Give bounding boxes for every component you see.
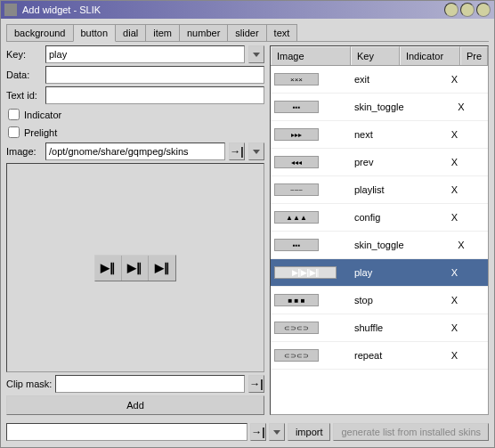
list-row[interactable]: ×××exitX: [271, 66, 488, 94]
tab-item[interactable]: item: [145, 24, 180, 41]
tab-button[interactable]: button: [73, 24, 117, 42]
path-input[interactable]: [6, 423, 248, 441]
row-indicator: X: [401, 184, 461, 195]
thumb-icon: ▸▸▸: [274, 128, 319, 141]
thumb-icon: ×××: [274, 73, 319, 86]
image-browse-button[interactable]: →|: [229, 143, 245, 160]
row-indicator: X: [401, 129, 461, 140]
row-key: next: [351, 129, 401, 140]
image-dropdown-button[interactable]: [248, 143, 264, 160]
row-key: repeat: [351, 350, 401, 361]
bottom-bar: →| import generate list from installed s…: [6, 419, 489, 442]
list-body[interactable]: ×××exitX▪▪▪skin_toggleX▸▸▸nextX◂◂◂prevX~…: [271, 66, 488, 414]
list-row[interactable]: ~~~playlistX: [271, 176, 488, 204]
tab-slider[interactable]: slider: [227, 24, 266, 41]
image-label: Image:: [6, 146, 42, 157]
row-key: skin_toggle: [351, 240, 408, 250]
tab-bar: backgroundbuttondialitemnumberslidertext: [6, 24, 489, 42]
col-header-image[interactable]: Image: [271, 46, 351, 65]
tab-background[interactable]: background: [6, 24, 74, 41]
widget-list: Image Key Indicator Pre ×××exitX▪▪▪skin_…: [270, 45, 489, 415]
path-dropdown-button[interactable]: [269, 423, 285, 441]
add-button[interactable]: Add: [6, 395, 264, 415]
preview-strip: ▶‖▶‖▶‖: [94, 255, 176, 281]
arrow-right-icon: →|: [251, 426, 264, 438]
row-indicator: X: [401, 74, 461, 85]
row-key: shuffle: [351, 322, 401, 333]
thumb-icon: ▲▲▲: [274, 211, 319, 224]
list-row[interactable]: ▲▲▲configX: [271, 204, 488, 232]
thumb-icon: ⊂⊃⊂⊃: [274, 349, 319, 362]
key-dropdown-button[interactable]: [248, 45, 264, 63]
list-row[interactable]: ■ ■ ■stopX: [271, 287, 488, 314]
list-row[interactable]: ▪▪▪skin_toggleX: [271, 94, 488, 121]
data-input[interactable]: [45, 66, 264, 84]
col-header-key[interactable]: Key: [351, 46, 400, 65]
row-indicator: X: [401, 350, 461, 361]
textid-input[interactable]: [45, 86, 264, 104]
list-row[interactable]: ▪▪▪skin_toggleX: [271, 232, 488, 259]
tab-text[interactable]: text: [266, 24, 298, 41]
row-indicator: X: [401, 295, 461, 305]
chevron-down-icon: [253, 53, 260, 57]
tab-number[interactable]: number: [179, 24, 228, 41]
row-key: skin_toggle: [351, 102, 408, 112]
thumb-icon: ~~~: [274, 183, 319, 196]
preview-cell: ▶‖: [95, 256, 122, 281]
thumb-icon: ■ ■ ■: [274, 294, 319, 306]
image-preview: ▶‖▶‖▶‖: [6, 163, 264, 372]
tab-dial[interactable]: dial: [115, 24, 146, 41]
key-input[interactable]: [45, 45, 245, 63]
chevron-down-icon: [273, 430, 280, 435]
window: Add widget - SLIK backgroundbuttondialit…: [0, 0, 495, 448]
row-key: exit: [351, 74, 401, 85]
list-row[interactable]: ⊂⊃⊂⊃repeatX: [271, 342, 488, 370]
image-path-input[interactable]: /opt/gnome/share/gqmpeg/skins: [45, 143, 225, 160]
row-key: config: [351, 212, 401, 223]
row-key: playlist: [351, 184, 401, 195]
arrow-right-icon: →|: [230, 145, 243, 158]
generate-button[interactable]: generate list from installed skins: [333, 423, 489, 441]
prelight-checkbox-label: Prelight: [24, 127, 57, 138]
chevron-down-icon: [253, 150, 260, 154]
form-panel: Key: Data: Text id: Indicator: [6, 45, 264, 415]
row-indicator: X: [401, 212, 461, 223]
list-row[interactable]: ▸▸▸nextX: [271, 121, 488, 149]
col-header-prelight[interactable]: Pre: [460, 46, 488, 65]
indicator-checkbox[interactable]: [8, 109, 20, 120]
maximize-icon[interactable]: [460, 3, 475, 17]
clipmask-label: Clip mask:: [6, 379, 52, 389]
arrow-right-icon: →|: [249, 378, 263, 390]
clipmask-input[interactable]: [55, 375, 245, 393]
preview-cell: ▶‖: [149, 256, 175, 281]
thumb-icon: ◂◂◂: [274, 156, 319, 168]
import-button[interactable]: import: [288, 423, 331, 441]
row-indicator: X: [408, 240, 468, 250]
row-indicator: X: [408, 102, 468, 112]
window-title: Add widget - SLIK: [22, 4, 101, 15]
col-header-indicator[interactable]: Indicator: [400, 46, 460, 65]
row-indicator: X: [401, 267, 461, 278]
minimize-icon[interactable]: [444, 3, 458, 17]
row-key: stop: [351, 295, 401, 305]
data-label: Data:: [6, 69, 42, 80]
row-key: prev: [351, 157, 401, 167]
thumb-icon: ▪▪▪: [274, 239, 319, 251]
list-row[interactable]: ◂◂◂prevX: [271, 149, 488, 176]
prelight-checkbox[interactable]: [8, 126, 20, 138]
path-browse-button[interactable]: →|: [250, 423, 266, 441]
thumb-icon: ⊂⊃⊂⊃: [274, 322, 319, 334]
list-row[interactable]: ▶‖▶‖▶‖playX: [271, 259, 488, 287]
key-label: Key:: [6, 49, 42, 60]
indicator-checkbox-label: Indicator: [24, 110, 61, 120]
close-icon[interactable]: [476, 3, 491, 17]
titlebar[interactable]: Add widget - SLIK: [1, 1, 494, 19]
row-indicator: X: [401, 157, 461, 167]
row-indicator: X: [401, 322, 461, 333]
list-row[interactable]: ⊂⊃⊂⊃shuffleX: [271, 314, 488, 342]
content-area: backgroundbuttondialitemnumberslidertext…: [1, 19, 494, 447]
app-icon: [4, 4, 17, 16]
row-key: play: [351, 267, 401, 278]
thumb-icon: ▶‖▶‖▶‖: [274, 266, 337, 279]
clipmask-browse-button[interactable]: →|: [248, 375, 264, 393]
